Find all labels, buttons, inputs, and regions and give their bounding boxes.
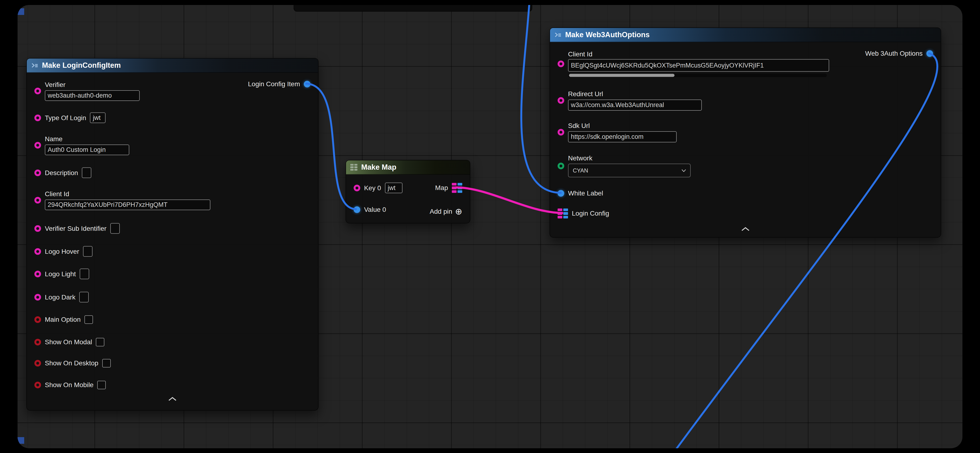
pin-row-sdk-url: Sdk Url https://sdk.openlogin.com <box>558 122 677 143</box>
pin-label: Show On Desktop <box>45 360 99 367</box>
offscreen-node-edge[interactable] <box>294 5 532 12</box>
pin-row-key-0: Key 0 jwt <box>354 183 402 193</box>
pin-row-logo-hover: Logo Hover <box>34 246 92 257</box>
node-title: Make Map <box>361 163 396 171</box>
pin-logo-dark[interactable] <box>34 294 41 301</box>
pin-logo-hover[interactable] <box>34 248 41 255</box>
scrollbar-thumb[interactable] <box>569 74 675 77</box>
network-selected-value: CYAN <box>573 167 588 174</box>
pin-label: Logo Dark <box>45 293 75 301</box>
wire-map-to-login-config[interactable] <box>455 187 563 213</box>
pin-login-config[interactable] <box>558 209 568 219</box>
pin-label: White Label <box>568 190 603 197</box>
node-header[interactable]: Make LoginConfigItem <box>27 59 318 73</box>
pin-map-output[interactable] <box>452 183 462 193</box>
pin-show-on-modal[interactable] <box>34 339 41 345</box>
pin-row-client-id: Client Id 294QRkchfq2YaXUbPri7D6PH7xzHgQ… <box>34 190 210 210</box>
pin-label: Logo Hover <box>45 247 79 255</box>
add-pin-label: Add pin <box>430 208 452 215</box>
pin-key-0[interactable] <box>354 185 360 191</box>
pin-row-description: Description <box>34 168 91 178</box>
pin-row-verifier: Verifier web3auth-auth0-demo <box>34 81 140 101</box>
node-make-login-config-item[interactable]: Make LoginConfigItem Login Config Item V… <box>26 58 318 410</box>
pin-row-type-of-login: Type Of Login jwt <box>34 112 105 123</box>
pin-row-value-0: Value 0 <box>354 206 386 214</box>
pin-network[interactable] <box>558 163 564 169</box>
blueprint-graph-canvas[interactable]: Make LoginConfigItem Login Config Item V… <box>18 5 963 448</box>
name-input[interactable]: Auth0 Custom Login <box>45 144 129 155</box>
client-id-input[interactable]: 294QRkchfq2YaXUbPri7D6PH7xzHgQMT <box>45 200 210 210</box>
pin-type-of-login[interactable] <box>34 114 41 121</box>
sdk-url-input[interactable]: https://sdk.openlogin.com <box>568 131 677 143</box>
logo-light-input[interactable] <box>80 269 89 279</box>
logo-dark-input[interactable] <box>79 292 89 303</box>
node-make-web3auth-options[interactable]: Make Web3AuthOptions Web 3Auth Options C… <box>549 27 941 238</box>
node-title: Make LoginConfigItem <box>42 61 121 70</box>
pin-row-white-label: White Label <box>558 190 603 197</box>
pin-sdk-url[interactable] <box>558 129 564 136</box>
pin-row-show-on-mobile: Show On Mobile <box>34 381 106 389</box>
pin-login-config-item-output[interactable] <box>304 81 310 87</box>
pin-show-on-desktop[interactable] <box>34 360 41 366</box>
pin-show-on-mobile[interactable] <box>34 382 41 388</box>
type-of-login-input[interactable]: jwt <box>90 112 105 123</box>
node-header[interactable]: Make Map <box>346 160 470 174</box>
pin-row-map-out: Map <box>435 183 462 193</box>
pin-label: Redirect Url <box>568 90 702 98</box>
pin-row-web3auth-options-out: Web 3Auth Options <box>865 50 933 57</box>
pin-verifier[interactable] <box>34 88 41 94</box>
chevron-up-icon <box>168 397 177 401</box>
pin-redirect-url[interactable] <box>558 97 564 104</box>
pin-main-option[interactable] <box>34 316 41 323</box>
pin-label: Verifier Sub Identifier <box>45 225 107 232</box>
pin-row-name: Name Auth0 Custom Login <box>34 135 129 155</box>
show-on-mobile-checkbox[interactable] <box>97 381 106 389</box>
pin-row-logo-light: Logo Light <box>34 269 89 279</box>
pin-row-main-option: Main Option <box>34 315 93 324</box>
logo-hover-input[interactable] <box>83 246 92 257</box>
pin-row-login-config-item-out: Login Config Item <box>248 80 310 88</box>
pin-label: Login Config <box>572 210 609 217</box>
pin-client-id[interactable] <box>34 197 41 204</box>
collapse-node-button[interactable] <box>741 227 750 232</box>
show-on-desktop-checkbox[interactable] <box>102 359 111 367</box>
key-0-input[interactable]: jwt <box>385 183 402 193</box>
pin-label: Value 0 <box>364 206 386 214</box>
verifier-input[interactable]: web3auth-auth0-demo <box>45 90 140 101</box>
pin-verifier-sub-identifier[interactable] <box>34 225 41 232</box>
pin-white-label[interactable] <box>558 190 564 196</box>
chevron-up-icon <box>741 227 750 231</box>
pin-web3auth-options-output[interactable] <box>926 50 933 57</box>
client-id-scrollbar[interactable] <box>568 74 827 77</box>
corner-artifact <box>18 8 24 15</box>
pin-label: Logo Light <box>45 270 76 278</box>
pin-value-0[interactable] <box>354 206 360 213</box>
pin-label: Web 3Auth Options <box>865 50 923 57</box>
node-header[interactable]: Make Web3AuthOptions <box>550 28 941 42</box>
verifier-sub-identifier-input[interactable] <box>110 223 120 234</box>
pin-row-logo-dark: Logo Dark <box>34 292 89 303</box>
pin-row-network: Network CYAN <box>558 154 690 177</box>
node-title: Make Web3AuthOptions <box>565 30 650 39</box>
make-struct-icon <box>554 31 562 38</box>
client-id-input[interactable]: BEglQSgt4cUWcj6SKRdu5QkOXTsePmMcusG5EAoy… <box>568 59 829 72</box>
show-on-modal-checkbox[interactable] <box>96 338 104 346</box>
pin-client-id[interactable] <box>558 60 564 67</box>
network-dropdown[interactable]: CYAN <box>568 164 690 177</box>
map-icon <box>350 164 358 171</box>
pin-name[interactable] <box>34 142 41 149</box>
make-struct-icon <box>31 62 38 69</box>
pin-row-login-config: Login Config <box>558 209 609 219</box>
add-pin-button[interactable]: Add pin ⊕ <box>430 207 462 216</box>
pin-logo-light[interactable] <box>34 271 41 277</box>
pin-description[interactable] <box>34 169 41 176</box>
pin-label: Type Of Login <box>45 114 86 122</box>
main-option-checkbox[interactable] <box>84 315 93 324</box>
pin-row-redirect-url: Redirect Url w3a://com.w3a.Web3AuthUnrea… <box>558 90 702 111</box>
chevron-down-icon <box>682 169 686 172</box>
corner-artifact <box>18 437 24 444</box>
description-input[interactable] <box>82 168 91 178</box>
redirect-url-input[interactable]: w3a://com.w3a.Web3AuthUnreal <box>568 100 702 111</box>
collapse-node-button[interactable] <box>168 397 177 402</box>
node-make-map[interactable]: Make Map Key 0 jwt Map Value 0 Add pin ⊕ <box>345 160 470 223</box>
